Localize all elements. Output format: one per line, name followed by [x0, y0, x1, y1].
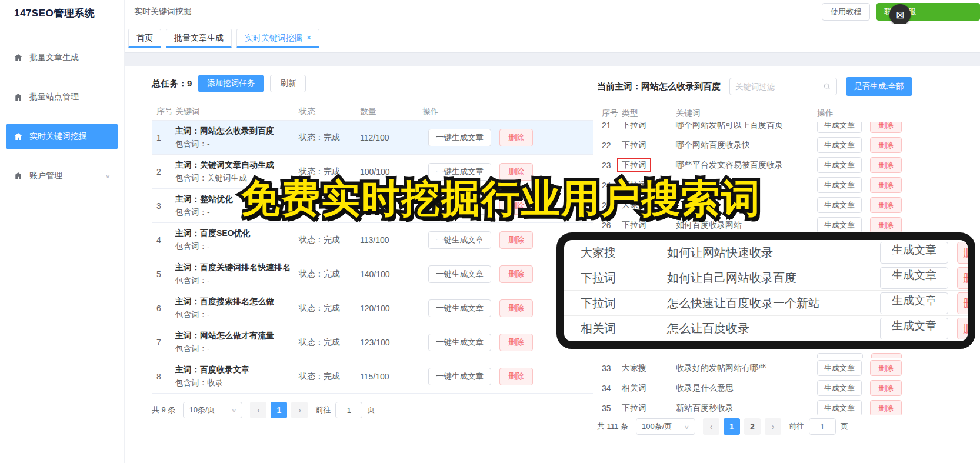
table-row[interactable]: 4 主词：百度SEO优化 包含词：- 状态：完成 113/100 一键生成文章 … — [152, 223, 593, 257]
tutorial-button[interactable]: 使用教程 — [822, 3, 870, 21]
row-actions: 一键生成文章 删除 — [422, 197, 593, 215]
delete-button[interactable]: 删除 — [870, 360, 902, 376]
generate-article-button[interactable]: 生成文章 — [817, 360, 862, 376]
row-actions: 一键生成文章 删除 — [422, 368, 593, 385]
screenshot-tool-icon[interactable]: ⊠ — [889, 4, 911, 25]
highlight-red-box: 下拉词 — [617, 158, 651, 172]
add-task-button[interactable]: 添加挖词任务 — [198, 75, 264, 92]
magnified-row: 下拉词 如何让自己网站收录百度 生成文章 删除 — [564, 265, 968, 291]
include-word: 包含词：- — [175, 342, 299, 355]
tab-home[interactable]: 首页 — [128, 29, 161, 48]
delete-button[interactable]: 删除 — [499, 129, 533, 146]
sidebar-item-account[interactable]: 账户管理 ∨ — [6, 163, 118, 189]
generate-article-button[interactable]: 一键生成文章 — [428, 334, 491, 351]
row-index: 1 — [152, 133, 175, 142]
delete-button[interactable]: 删除 — [499, 368, 533, 385]
keyword-pagination: 共 111 条 100条/页 ∨ ‹ 1 2 › 前往 页 — [597, 418, 980, 435]
delete-button[interactable]: 删除 — [870, 122, 902, 133]
page-size-select[interactable]: 10条/页 ∨ — [183, 402, 242, 418]
col-type: 类型 — [622, 108, 676, 119]
delete-button[interactable]: 删除 — [870, 217, 902, 233]
delete-button[interactable]: 删除 — [499, 197, 533, 215]
delete-button[interactable]: 删除 — [499, 299, 533, 317]
prev-page-button[interactable]: ‹ — [250, 402, 266, 418]
table-row: 23 下拉词 哪些平台发文容易被百度收录 生成文章 删除 — [597, 155, 980, 175]
table-row[interactable]: 2 主词：关键词文章自动生成 包含词：关键词生成 状态：完成 100/100 一… — [152, 155, 593, 189]
table-row[interactable]: 5 主词：百度关键词排名快速排名 包含词：- 状态：完成 140/100 一键生… — [152, 257, 593, 291]
magnified-row: 下拉词 怎么快速让百度收录一个新站 生成文章 删除 — [564, 291, 968, 316]
home-icon — [14, 171, 23, 181]
next-page-button[interactable]: › — [765, 418, 781, 435]
page-number-button[interactable]: 1 — [271, 402, 287, 418]
table-row[interactable]: 7 主词：网站怎么做才有流量 包含词：- 状态：完成 123/100 一键生成文… — [152, 325, 593, 359]
goto-page-input[interactable] — [335, 402, 362, 418]
delete-button[interactable]: 删除 — [870, 157, 902, 173]
generate-article-button[interactable]: 一键生成文章 — [428, 299, 491, 317]
total-tasks-label: 总任务：9 — [152, 78, 192, 89]
row-keyword: 主词：网站怎么收录到百度 包含词：- — [175, 124, 299, 151]
delete-button[interactable]: 删除 — [870, 137, 902, 153]
tab-realtime-keyword[interactable]: 实时关键词挖掘× — [236, 29, 319, 48]
delete-button[interactable]: 删除 — [499, 163, 533, 181]
delete-button[interactable]: 删除 — [870, 400, 902, 415]
delete-button[interactable]: 删除 — [870, 380, 902, 396]
row-index: 22 — [597, 141, 622, 150]
row-keyword: 收录是什么意思 — [676, 383, 817, 394]
page-number-button[interactable]: 2 — [744, 418, 761, 435]
keyword-filter-input[interactable] — [735, 82, 823, 91]
page-number-button[interactable]: 1 — [724, 418, 740, 435]
generate-article-button[interactable]: 生成文章 — [817, 122, 862, 133]
generate-all-button[interactable]: 是否生成:全部 — [846, 77, 912, 96]
row-status: 状态：完成 — [299, 235, 360, 245]
delete-button[interactable]: 删除 — [499, 334, 533, 351]
generate-article-button: 生成文章 — [880, 292, 948, 314]
generate-article-button[interactable]: 生成文章 — [817, 177, 862, 193]
delete-button[interactable]: 删除 — [870, 177, 902, 193]
next-page-button[interactable]: › — [291, 402, 308, 418]
generate-article-button[interactable]: 生成文章 — [817, 157, 862, 173]
table-row[interactable]: 1 主词：网站怎么收录到百度 包含词：- 状态：完成 112/100 一键生成文… — [152, 121, 593, 155]
table-row: 21 下拉词 哪个网站发帖可以上百度首页 生成文章 删除 — [597, 122, 980, 135]
generate-article-button: 生成文章 — [880, 267, 948, 289]
row-index: 7 — [152, 338, 175, 347]
generate-article-button[interactable]: 生成文章 — [817, 380, 862, 396]
table-row[interactable]: 3 主词：整站优化 包含词：- 状态：完成 一键生成文章 删除 — [152, 189, 593, 223]
topbar-actions: 使用教程 联系客服 ⊠ — [822, 3, 980, 21]
generate-article-button[interactable]: 一键生成文章 — [428, 231, 491, 249]
generate-article-button[interactable]: 生成文章 — [817, 400, 862, 415]
generate-article-button[interactable]: 生成文章 — [817, 197, 862, 213]
main-word: 主词：整站优化 — [175, 192, 299, 206]
row-type: 相关词 — [622, 383, 676, 394]
sidebar-item-realtime-keyword[interactable]: 实时关键词挖掘 — [6, 124, 118, 149]
generate-article-button[interactable]: 生成文章 — [817, 137, 862, 153]
generate-article-button[interactable]: 一键生成文章 — [428, 163, 491, 181]
row-index: 34 — [597, 384, 622, 393]
delete-button[interactable]: 删除 — [499, 231, 533, 249]
sidebar-item-batch-site[interactable]: 批量站点管理 — [6, 84, 118, 110]
generate-article-button[interactable]: 生成文章 — [817, 217, 862, 233]
delete-button[interactable]: 删除 — [870, 197, 902, 213]
generate-article-button[interactable]: 一键生成文章 — [428, 197, 491, 215]
prev-page-button[interactable]: ‹ — [703, 418, 719, 435]
close-icon[interactable]: × — [306, 33, 311, 42]
home-icon — [14, 53, 23, 62]
page-size-select[interactable]: 100条/页 ∨ — [636, 418, 695, 435]
include-word: 包含词：- — [175, 138, 299, 151]
table-row[interactable]: 6 主词：百度搜索排名怎么做 包含词：- 状态：完成 120/100 一键生成文… — [152, 291, 593, 325]
row-keyword: 主词：百度SEO优化 包含词：- — [175, 226, 299, 253]
table-row[interactable]: 8 主词：百度收录文章 包含词：收录 状态：完成 115/100 一键生成文章 … — [152, 359, 593, 394]
table-row: 35 下拉词 新站百度秒收录 生成文章 删除 — [597, 398, 980, 415]
row-actions: 生成文章 删除 — [817, 122, 980, 133]
sidebar-item-batch-article[interactable]: 批量文章生成 — [6, 45, 118, 71]
page-unit-label: 页 — [841, 421, 848, 432]
generate-article-button[interactable]: 一键生成文章 — [428, 368, 491, 385]
generate-article-button[interactable]: 一键生成文章 — [428, 265, 491, 283]
row-actions: 生成文章 删除 — [817, 137, 980, 153]
row-index: 8 — [152, 372, 175, 381]
tab-batch-article[interactable]: 批量文章生成 — [166, 29, 232, 48]
refresh-button[interactable]: 刷新 — [270, 75, 306, 92]
generate-article-button[interactable]: 一键生成文章 — [428, 129, 491, 146]
delete-button[interactable]: 删除 — [499, 265, 533, 283]
goto-page-input[interactable] — [809, 418, 836, 435]
row-type: 下拉词 — [622, 180, 676, 191]
